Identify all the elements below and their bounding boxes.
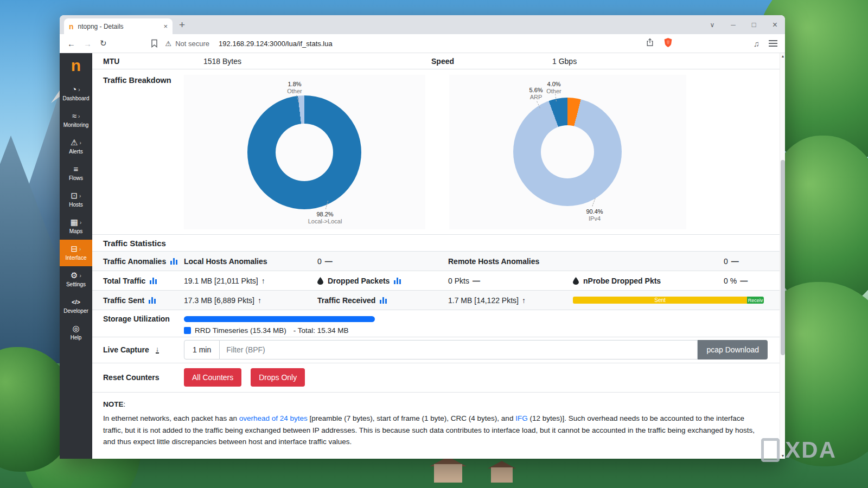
browser-tab[interactable]: n ntopng - Details × <box>64 18 173 34</box>
sidebar-item-dashboard[interactable]: ◔›Dashboard <box>60 80 92 107</box>
storage-utilization-label: Storage Utilization <box>103 314 170 323</box>
flat-trend-icon: — <box>740 277 748 285</box>
sidebar-item-interface[interactable]: ⊟›Interface <box>60 240 92 266</box>
droplet-icon <box>317 277 323 285</box>
share-icon[interactable] <box>646 38 654 49</box>
mtu-speed-row: MTU 1518 Bytes Speed 1 Gbps <box>92 53 780 69</box>
new-tab-button[interactable]: + <box>179 19 185 31</box>
live-capture-input-group: 1 min pcap Download <box>184 340 768 359</box>
sidebar-item-maps[interactable]: ▦›Maps <box>60 213 92 240</box>
sidebar-item-settings[interactable]: ⚙›Settings <box>60 266 92 293</box>
note-title: NOTE <box>103 400 124 408</box>
menu-icon[interactable] <box>769 43 777 44</box>
local-traffic-donut-chart[interactable] <box>247 95 361 209</box>
back-button[interactable]: ← <box>67 39 75 48</box>
tab-close-icon[interactable]: × <box>163 22 168 30</box>
total-traffic-row: Total Traffic 19.1 MB [21,011 Pkts]↑ Dro… <box>92 271 780 291</box>
protocol-traffic-donut-chart[interactable] <box>513 98 622 206</box>
not-secure-warning-icon: ⚠ <box>165 40 172 48</box>
traffic-breakdown-panel-left: 1.8% Other 98.2% Local->Local <box>184 75 425 229</box>
xda-watermark: XDA <box>761 437 837 463</box>
live-capture-row: Live Capture↓ 1 min pcap Download <box>92 337 780 363</box>
toolbar-far-right: ♫ <box>754 39 777 48</box>
total-traffic-value: 19.1 MB [21,011 Pkts] <box>184 277 258 285</box>
traffic-breakdown-panel-right: 5.6% ARP 4.0% Other 90.4% IPv4 <box>449 75 686 229</box>
pcap-download-button[interactable]: pcap Download <box>698 340 768 359</box>
chart-label: 90.4% IPv4 <box>574 208 615 222</box>
note-section: NOTE: In ethernet networks, each packet … <box>92 393 780 459</box>
up-trend-icon: ↑ <box>522 296 526 305</box>
sidebar-item-hosts[interactable]: ⊡›Hosts <box>60 187 92 213</box>
chart-icon[interactable] <box>394 278 401 284</box>
sidebar-item-developer[interactable]: </>Developer <box>60 293 92 319</box>
note-link[interactable]: IFG <box>515 414 528 422</box>
traffic-received-value: 1.7 MB [14,122 Pkts] <box>448 296 519 305</box>
scrollbar-thumb[interactable] <box>781 160 785 355</box>
tab-search-chevron-icon[interactable]: ∨ <box>710 21 714 29</box>
sidebar-item-monitoring[interactable]: ≈›Monitoring <box>60 107 92 133</box>
scroll-up-arrow-icon[interactable]: ▲ <box>780 54 785 58</box>
sidebar-item-flows[interactable]: ≡Flows <box>60 160 92 187</box>
bookmark-icon[interactable] <box>151 39 158 48</box>
monitoring-icon: ≈ <box>72 112 76 120</box>
chart-icon[interactable] <box>170 258 177 265</box>
rrd-legend-swatch <box>184 327 191 334</box>
sent-bar: Sent <box>573 297 747 304</box>
storage-bar-fill <box>184 316 375 322</box>
chart-icon[interactable] <box>380 297 387 304</box>
maximize-button[interactable]: □ <box>752 21 756 29</box>
sidebar-item-label: Alerts <box>69 149 83 155</box>
nprobe-dropped-value: 0 % <box>724 277 737 285</box>
note-text-segment: In ethernet networks, each packet has an <box>103 414 239 422</box>
note-text-segment: [preamble (7 bytes), start of frame (1 b… <box>308 414 515 422</box>
sidebar-item-alerts[interactable]: ⚠›Alerts <box>60 133 92 160</box>
dropped-packets-value: 0 Pkts <box>448 277 469 285</box>
main-content: MTU 1518 Bytes Speed 1 Gbps Traffic Brea… <box>92 53 785 459</box>
chart-icon[interactable] <box>149 297 156 304</box>
forward-button[interactable]: → <box>84 39 92 48</box>
tab-bar: n ntopng - Details × + ∨ ─ □ × <box>60 15 785 34</box>
speed-label: Speed <box>431 57 552 66</box>
media-control-icon[interactable]: ♫ <box>754 39 760 48</box>
help-icon: ◎ <box>72 324 79 333</box>
up-trend-icon: ↑ <box>258 296 261 305</box>
traffic-anomalies-label: Traffic Anomalies <box>103 257 166 266</box>
remote-hosts-anomalies-label: Remote Hosts Anomalies <box>448 257 539 266</box>
interface-stats-page: MTU 1518 Bytes Speed 1 Gbps Traffic Brea… <box>92 53 780 459</box>
close-window-button[interactable]: × <box>773 20 777 30</box>
address-bar[interactable]: ⚠ Not secure 192.168.29.124:3000/lua/if_… <box>165 40 646 48</box>
received-bar: Receiv <box>747 297 764 304</box>
reset-counters-row: Reset Counters All Counters Drops Only <box>92 363 780 393</box>
url-text[interactable]: 192.168.29.124:3000/lua/if_stats.lua <box>219 40 333 48</box>
sidebar-item-label: Maps <box>69 228 82 234</box>
browser-content: n ◔›Dashboard≈›Monitoring⚠›Alerts≡Flows⊡… <box>60 53 785 459</box>
ntopng-logo: n <box>71 57 81 74</box>
security-label[interactable]: Not secure <box>175 40 209 48</box>
sidebar-item-label: Help <box>71 335 82 341</box>
chart-label: 98.2% Local->Local <box>304 211 346 225</box>
local-hosts-anomalies-value: 0 <box>317 257 322 266</box>
remote-hosts-anomalies-value: 0 <box>724 257 728 266</box>
bpf-filter-input[interactable] <box>220 340 698 359</box>
chevron-right-icon: › <box>80 273 81 279</box>
drops-only-button[interactable]: Drops Only <box>251 368 305 387</box>
chart-icon[interactable] <box>150 278 157 284</box>
donut-hole <box>541 125 594 178</box>
scrollbar[interactable]: ▲ ▼ <box>780 53 785 459</box>
capture-duration-select[interactable]: 1 min <box>184 340 220 359</box>
sent-received-bar: Sent Receiv <box>573 297 764 304</box>
chevron-right-icon: › <box>78 113 80 119</box>
minimize-button[interactable]: ─ <box>731 21 736 29</box>
sidebar-item-help[interactable]: ◎Help <box>60 319 92 346</box>
storage-total-label: - Total: 15.34 MB <box>293 326 349 335</box>
brave-shield-icon[interactable] <box>664 38 672 49</box>
mtu-value: 1518 Bytes <box>203 57 431 66</box>
sidebar-item-label: Interface <box>66 255 87 261</box>
all-counters-button[interactable]: All Counters <box>184 368 241 387</box>
window-controls: ∨ ─ □ × <box>710 15 777 34</box>
reload-button[interactable]: ↻ <box>100 38 107 48</box>
note-link[interactable]: overhead of 24 bytes <box>239 414 308 422</box>
wallpaper-house <box>434 464 462 483</box>
storage-legend: RRD Timeseries (15.34 MB) - Total: 15.34… <box>184 326 768 335</box>
flat-trend-icon: — <box>325 257 333 266</box>
